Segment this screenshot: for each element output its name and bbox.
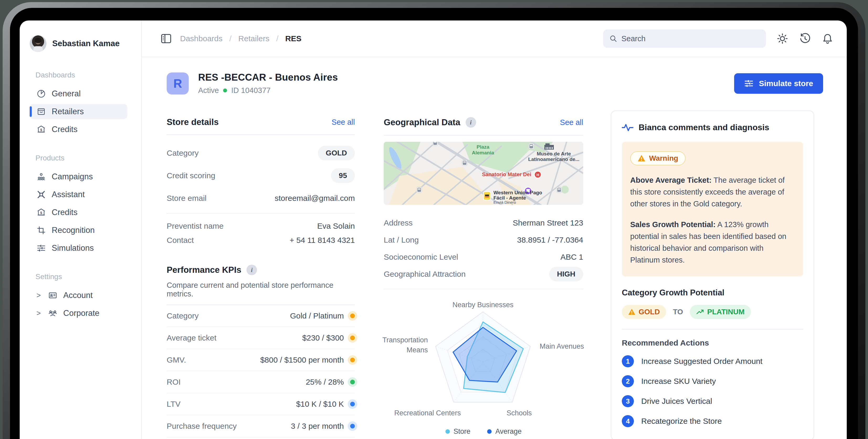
sidebar-item-account[interactable]: > Account: [30, 288, 127, 303]
sidebar-item-label: Recognition: [52, 226, 95, 235]
legend-item-average: Average: [487, 428, 522, 436]
action-number: 1: [622, 355, 634, 367]
store-details-title: Store details: [167, 117, 219, 127]
detail-row-contact: Contact + 54 11 8143 4321: [167, 233, 355, 247]
info-icon[interactable]: i: [246, 265, 257, 275]
crop-icon: [36, 226, 46, 235]
activity-pulse-icon: [622, 123, 633, 132]
geo-row-address: Address Sherman Street 123: [384, 214, 583, 231]
legend-dot: [445, 429, 450, 434]
main-area: Dashboards / Retailers / RES: [142, 21, 847, 439]
status-dot: [350, 358, 355, 362]
sidebar-item-credits-product[interactable]: $ Credits: [30, 205, 127, 220]
growth-title: Category Growth Potential: [622, 288, 803, 297]
info-icon[interactable]: i: [466, 117, 476, 127]
breadcrumb-separator: /: [276, 34, 278, 43]
svg-text:$: $: [40, 211, 42, 215]
action-number: 4: [622, 415, 634, 427]
svg-text:H: H: [536, 173, 539, 177]
western-union-marker: [484, 192, 491, 200]
detail-row-credit-scoring: Credit scoring 95: [167, 164, 355, 187]
geo-row-latlong: Lat / Long 38.8951 / -77.0364: [384, 231, 583, 248]
svg-text:$: $: [40, 128, 42, 132]
svg-text:Alemania: Alemania: [472, 150, 494, 155]
map[interactable]: Plaza Alemania Sanatorio Mater Dei H: [384, 142, 583, 205]
radar-svg: [384, 297, 583, 439]
map-hospital-label: Sanatorio Mater Dei: [482, 171, 531, 177]
sidebar-toggle-icon[interactable]: [160, 33, 172, 45]
sidebar-item-label: Assistant: [52, 190, 85, 199]
action-item-4[interactable]: 4 Recategorize the Store: [622, 415, 803, 427]
transit-icon: [416, 187, 422, 193]
geo-row-socioeconomic: Socioeconomic Level ABC 1: [384, 248, 583, 265]
action-number: 3: [622, 395, 634, 407]
legend-dot: [487, 429, 492, 434]
diagnosis-paragraph-2: Sales Growth Potential: A 123% growth po…: [630, 219, 795, 266]
search-box[interactable]: [603, 29, 766, 48]
chevron-right-icon: >: [36, 291, 42, 300]
store-header: R RES -BECCAR - Buenos Aires Active ID 1…: [167, 72, 823, 95]
sidebar-item-label: General: [52, 89, 81, 98]
user-name: Sebastian Kamae: [52, 39, 120, 48]
recommended-actions-title: Recommended Actions: [622, 339, 803, 347]
breadcrumb: Dashboards / Retailers / RES: [180, 34, 302, 43]
status-dot: [350, 424, 355, 429]
to-label: TO: [673, 308, 683, 316]
sidebar-item-simulations[interactable]: Simulations: [30, 240, 127, 256]
bank-icon: $: [36, 208, 46, 217]
breadcrumb-dashboards[interactable]: Dashboards: [180, 34, 223, 43]
transit-icon: [556, 187, 562, 193]
transit-icon: [462, 160, 467, 166]
kpi-row-gmv: GMV. $800 / $1500 per month: [167, 349, 355, 371]
breadcrumb-retailers[interactable]: Retailers: [238, 34, 269, 43]
status-dot: [350, 402, 355, 406]
geo-see-all[interactable]: See all: [560, 118, 583, 127]
breadcrumb-separator: /: [229, 34, 231, 43]
sidebar-item-campaigns[interactable]: Campaigns: [30, 169, 127, 184]
sidebar-item-general[interactable]: General: [30, 86, 127, 101]
action-item-3[interactable]: 3 Drive Juices Vertical: [622, 395, 803, 407]
sidebar-item-corporate[interactable]: > Corporate: [30, 305, 127, 321]
sidebar-item-label: Simulations: [52, 243, 94, 253]
bianca-panel: Bianca comments and diagnosis Warning Ab…: [611, 111, 814, 439]
radar-axis-label: Transportation Means: [368, 335, 428, 355]
detail-row-preventist: Preventist name Eva Solain: [167, 219, 355, 233]
warning-triangle-icon: [638, 155, 645, 162]
notifications-bell-icon[interactable]: [822, 33, 834, 45]
detail-row-category: Category GOLD: [167, 142, 355, 164]
action-item-1[interactable]: 1 Increase Suggested Order Amount: [622, 355, 803, 367]
kpi-row-visit-frequency: Visit frequency 1. d/wk / 1. d/wk: [167, 437, 355, 439]
map-park-label: Plaza: [477, 144, 490, 150]
gold-badge: GOLD: [622, 305, 666, 319]
chevron-right-icon: >: [36, 309, 42, 317]
sidebar-item-assistant[interactable]: Assistant: [30, 187, 127, 202]
sidebar-item-retailers[interactable]: Retailers: [30, 104, 127, 119]
theme-sun-icon[interactable]: [776, 33, 788, 45]
user-avatar: [30, 35, 46, 52]
transit-icon: [529, 143, 534, 149]
search-input[interactable]: [621, 34, 760, 43]
pie-chart-icon: [36, 89, 46, 98]
user-profile-button[interactable]: Sebastian Kamae: [30, 35, 141, 52]
radar-chart: Nearby Businesses Main Avenues Schools R…: [384, 297, 583, 439]
status-dot: [223, 88, 227, 92]
category-pill: GOLD: [318, 146, 355, 160]
sidebar-item-credits-dash[interactable]: $ Credits: [30, 122, 127, 137]
sidebar-item-label: Campaigns: [52, 172, 93, 181]
store-details-see-all[interactable]: See all: [332, 118, 355, 126]
geo-row-attraction: Geographical Attraction HIGH: [384, 265, 583, 283]
history-icon[interactable]: [799, 33, 811, 45]
sidebar-item-recognition[interactable]: Recognition: [30, 223, 127, 238]
radar-axis-label: Nearby Businesses: [453, 301, 514, 309]
simulate-store-button[interactable]: Simulate store: [734, 73, 823, 94]
action-item-2[interactable]: 2 Increase SKU Variety: [622, 375, 803, 387]
store-avatar: R: [167, 72, 189, 94]
status-dot: [350, 335, 355, 340]
radar-legend: Store Average: [384, 428, 583, 436]
detail-row-store-email: Store email storeemail@gmail.com: [167, 187, 355, 209]
sidebar-item-label: Credits: [52, 208, 78, 217]
map-museum-label: Museo de Arte: [537, 151, 571, 156]
sidebar-item-label: Retailers: [52, 107, 84, 116]
sidebar-section-dashboards: Dashboards: [35, 71, 141, 79]
svg-text:Fácil - Agente: Fácil - Agente: [493, 195, 526, 201]
